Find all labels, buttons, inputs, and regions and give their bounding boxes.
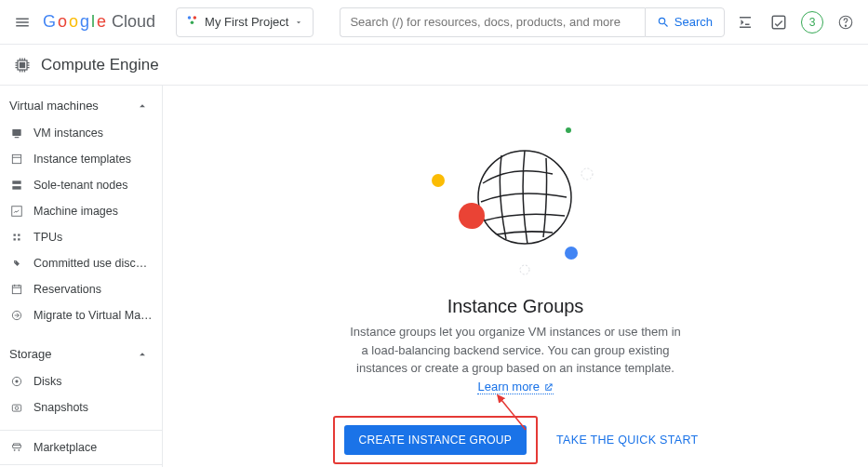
logo-suffix: Cloud (112, 12, 155, 32)
nav-vm-instances[interactable]: VM instances (0, 120, 162, 146)
svg-point-0 (188, 16, 192, 20)
nav-committed-use[interactable]: Committed use discounts (0, 250, 162, 276)
svg-point-17 (16, 380, 18, 382)
soletenant-icon (9, 178, 24, 193)
svg-point-2 (191, 21, 194, 24)
project-selector[interactable]: My First Project (176, 7, 314, 37)
cloud-shell-icon[interactable] (734, 11, 756, 33)
svg-rect-14 (12, 286, 20, 294)
svg-point-22 (459, 203, 485, 229)
template-icon (9, 152, 24, 167)
nav-migrate[interactable]: Migrate to Virtual Machin... (0, 302, 162, 328)
nav-snapshots[interactable]: Snapshots (0, 394, 162, 420)
chevron-up-icon (136, 348, 149, 361)
marketplace-icon (9, 440, 24, 455)
svg-point-26 (581, 168, 593, 180)
section-label: Storage (9, 347, 52, 361)
search-icon (657, 16, 670, 29)
sidebar-section-vm[interactable]: Virtual machines (0, 91, 162, 120)
top-header: Google Cloud My First Project Search 3 (0, 0, 868, 45)
nav-tpus[interactable]: TPUs (0, 224, 162, 250)
notification-count: 3 (809, 16, 816, 29)
svg-rect-12 (12, 207, 22, 217)
notifications-badge[interactable]: 3 (801, 11, 823, 33)
svg-rect-8 (12, 129, 20, 136)
nav-machine-images[interactable]: Machine images (0, 198, 162, 224)
annotation-arrow (488, 388, 535, 434)
reservation-icon (9, 282, 24, 297)
project-name: My First Project (205, 15, 288, 29)
svg-point-25 (566, 127, 571, 133)
search-input[interactable] (340, 7, 644, 37)
help-icon[interactable] (835, 11, 857, 33)
tpu-icon (9, 230, 24, 245)
section-label: Virtual machines (9, 99, 99, 113)
service-header: Compute Engine (0, 45, 868, 86)
svg-line-28 (498, 395, 526, 430)
svg-rect-10 (12, 180, 20, 184)
svg-rect-11 (12, 186, 20, 190)
svg-rect-9 (12, 154, 20, 163)
nav-disks[interactable]: Disks (0, 368, 162, 394)
svg-point-1 (194, 16, 197, 20)
search-button-label: Search (674, 15, 713, 29)
migrate-icon (9, 308, 24, 323)
sidebar-section-storage[interactable]: Storage (0, 340, 162, 368)
svg-point-5 (845, 25, 846, 26)
svg-point-19 (15, 407, 19, 410)
machine-image-icon (9, 204, 24, 219)
main-content: Instance Groups Instance groups let you … (163, 86, 868, 467)
svg-rect-3 (772, 16, 785, 29)
empty-state-description: Instance groups let you organize VM inst… (348, 323, 683, 395)
svg-point-24 (565, 247, 578, 260)
project-icon (186, 14, 199, 30)
svg-point-13 (15, 261, 16, 262)
svg-point-23 (432, 174, 445, 187)
nav-sole-tenant[interactable]: Sole-tenant nodes (0, 172, 162, 198)
console-icon[interactable] (768, 11, 790, 33)
discount-icon (9, 256, 24, 271)
hero-illustration (427, 123, 604, 281)
disk-icon (9, 374, 24, 389)
vm-instance-icon (9, 126, 24, 140)
svg-point-21 (478, 151, 571, 244)
nav-marketplace[interactable]: Marketplace (0, 434, 162, 460)
nav-instance-templates[interactable]: Instance templates (0, 146, 162, 172)
external-link-icon (543, 382, 554, 393)
chevron-down-icon (294, 18, 303, 27)
svg-point-27 (520, 265, 529, 274)
sidebar: Virtual machines VM instances Instance t… (0, 86, 163, 467)
snapshot-icon (9, 400, 24, 415)
nav-reservations[interactable]: Reservations (0, 276, 162, 302)
header-actions: 3 (734, 11, 857, 33)
chevron-up-icon (136, 100, 149, 113)
google-cloud-logo[interactable]: Google Cloud (43, 12, 155, 32)
svg-rect-7 (20, 62, 25, 67)
search-button[interactable]: Search (645, 7, 725, 37)
compute-engine-icon (13, 56, 32, 74)
search-bar: Search (340, 7, 725, 37)
take-quick-start-link[interactable]: TAKE THE QUICK START (556, 434, 698, 447)
hamburger-menu-icon[interactable] (11, 11, 33, 33)
svg-rect-18 (12, 405, 20, 411)
service-title: Compute Engine (41, 56, 159, 74)
empty-state-title: Instance Groups (447, 296, 584, 317)
